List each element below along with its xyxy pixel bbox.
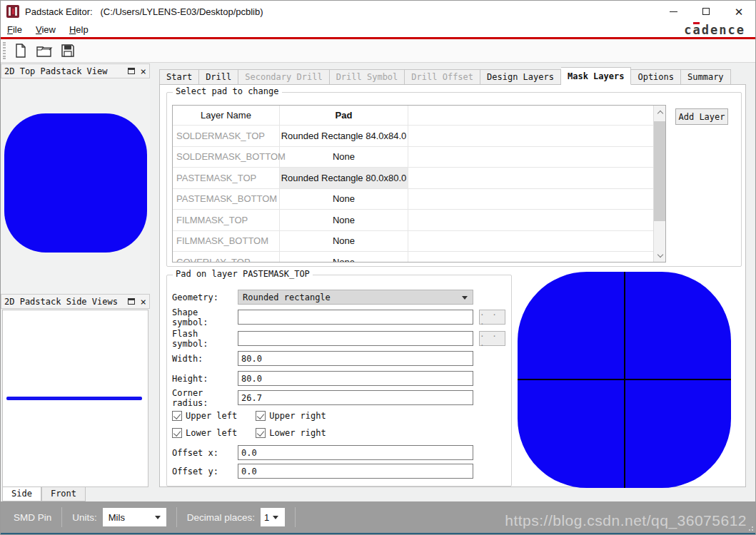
height-row: Height: [172,371,473,386]
layer-name-cell[interactable]: PASTEMASK_TOP [173,168,280,188]
lower-right-checkbox[interactable]: Lower right [256,428,326,438]
maximize-button[interactable] [690,1,722,22]
layer-name-cell[interactable]: SOLDERMASK_BOTTOM [173,147,280,168]
shape-symbol-browse-button[interactable]: . . . [479,310,505,325]
menu-view[interactable]: View [36,24,56,35]
window-controls: ✕ [657,1,755,22]
tab-design-layers[interactable]: Design Layers [480,69,561,85]
corner-radius-input[interactable] [238,390,473,405]
tab-mask-layers[interactable]: Mask Layers [561,67,631,85]
table-row[interactable]: SOLDERMASK_BOTTOM None [173,147,665,168]
pad-preview-shape [518,272,731,488]
pad-cell[interactable]: None [280,147,408,168]
units-label: Units: [72,512,97,523]
pad-cell-selected[interactable]: Rounded Rectangle 80.0x80.0 [280,168,408,188]
float-panel-icon[interactable] [128,298,135,305]
geometry-row: Geometry: Rounded rectangle [172,290,473,305]
pad-cell[interactable]: None [280,252,408,263]
tab-summary[interactable]: Summary [681,69,731,85]
column-header-layer-name[interactable]: Layer Name [173,106,280,125]
side-view-tabs: Side Front [2,487,86,501]
cadence-logo: cadence [684,23,745,37]
cadence-logo-abar: a [693,23,702,37]
offset-x-input[interactable] [238,445,473,460]
maximize-icon [702,8,710,15]
geometry-label: Geometry: [172,292,238,302]
table-row[interactable]: COVERLAY_TOP None [173,252,665,263]
checkbox-checked-icon [256,428,266,438]
pin-type-label: SMD Pin [14,512,51,523]
shape-symbol-input[interactable] [238,310,473,325]
chevron-down-icon [462,296,468,300]
minimize-button[interactable] [657,1,690,22]
tab-drill[interactable]: Drill [199,69,238,85]
scroll-down-icon[interactable] [654,250,666,262]
float-panel-icon[interactable] [128,68,135,74]
save-floppy-icon [60,43,76,58]
flash-symbol-row: Flash symbol: . . . [172,331,505,346]
table-row[interactable]: SOLDERMASK_TOP Rounded Rectangle 84.0x84… [173,126,665,147]
menu-help[interactable]: Help [69,24,89,35]
pad-cell[interactable]: Rounded Rectangle 84.0x84.0 [280,126,408,146]
table-row[interactable]: FILMMASK_BOTTOM None [173,231,665,253]
layer-name-cell[interactable]: PASTEMASK_BOTTOM [173,189,280,210]
tab-drill-offset: Drill Offset [405,69,480,85]
pad-layer-table: Layer Name Pad SOLDERMASK_TOP Rounded Re… [172,105,666,263]
pad-cell[interactable]: None [280,210,408,230]
close-panel-icon[interactable]: × [141,66,146,76]
checkbox-checked-icon [172,411,182,421]
watermark-text: https://blog.csdn.net/qq_36075612 [505,512,747,529]
table-row[interactable]: FILMMASK_TOP None [173,210,665,231]
tab-start[interactable]: Start [159,69,199,85]
upper-right-checkbox[interactable]: Upper right [256,411,326,421]
minimize-icon [670,11,677,12]
geometry-dropdown[interactable]: Rounded rectangle [238,290,473,305]
mask-layers-page: Select pad to change Layer Name Pad SOLD… [159,84,746,487]
width-row: Width: [172,351,473,366]
save-button[interactable] [57,41,79,61]
offset-y-input[interactable] [238,464,473,479]
pad-cell[interactable]: None [280,189,408,210]
new-file-button[interactable] [10,41,31,61]
pad-cell[interactable]: None [280,231,408,252]
table-row-selected[interactable]: PASTEMASK_TOP Rounded Rectangle 80.0x80.… [173,168,665,189]
flash-symbol-browse-button[interactable]: . . . [479,331,505,346]
height-input[interactable] [238,371,473,386]
menu-file[interactable]: File [7,24,22,35]
scroll-up-icon[interactable] [654,106,666,118]
column-header-pad[interactable]: Pad [280,106,408,125]
statusbar-separator [295,507,296,527]
upper-left-checkbox[interactable]: Upper left [172,411,237,421]
geometry-value: Rounded rectangle [243,292,331,302]
toolbar [1,39,755,63]
width-label: Width: [172,354,238,364]
close-button[interactable]: ✕ [722,1,755,22]
new-file-icon [13,43,29,58]
width-input[interactable] [238,351,473,366]
scrollbar-thumb[interactable] [654,121,666,221]
decimal-places-dropdown[interactable]: 1 [261,508,285,526]
table-row[interactable]: PASTEMASK_BOTTOM None [173,189,665,210]
layer-name-cell[interactable]: FILMMASK_BOTTOM [173,231,280,252]
checkbox-checked-icon [172,428,182,438]
toolbar-drag-handle[interactable] [3,42,6,59]
top-padstack-view-header: 2D Top Padstack View × [1,63,150,78]
layer-name-cell[interactable]: SOLDERMASK_TOP [173,126,280,146]
side-view-canvas[interactable] [2,310,148,487]
corner-radius-row: Corner radius: [172,390,473,405]
add-layer-button[interactable]: Add Layer [675,108,728,125]
units-dropdown[interactable]: Mils [103,508,166,526]
lower-left-checkbox[interactable]: Lower left [172,428,237,438]
close-panel-icon[interactable]: × [141,297,146,307]
tab-side[interactable]: Side [2,487,41,501]
flash-symbol-input[interactable] [238,331,473,346]
open-file-button[interactable] [34,41,55,61]
height-label: Height: [172,374,238,384]
tab-front[interactable]: Front [41,487,86,501]
table-scrollbar[interactable] [653,106,665,262]
tab-options[interactable]: Options [631,69,681,85]
layer-name-cell[interactable]: FILMMASK_TOP [173,210,280,230]
layer-name-cell[interactable]: COVERLAY_TOP [173,252,280,263]
top-padstack-view-canvas[interactable] [1,78,150,293]
resize-grip-icon[interactable] [752,529,753,531]
